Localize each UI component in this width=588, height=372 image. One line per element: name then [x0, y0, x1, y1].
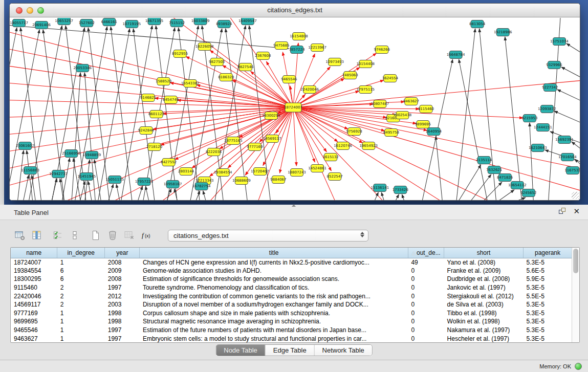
node-label: 14671355	[145, 19, 164, 23]
node-label: 1615132	[323, 155, 339, 159]
window-resize-grip[interactable]	[572, 192, 579, 199]
node-label: 8454749	[163, 98, 179, 102]
node-label: 9746266	[374, 48, 390, 52]
table-panel-title: Table Panel	[14, 209, 49, 216]
table-settings-icon[interactable]	[13, 229, 27, 242]
node-label: 18807243	[288, 170, 306, 174]
node-label: 9242844	[138, 128, 155, 133]
row-checks-icon[interactable]	[51, 229, 64, 242]
scrollbar-thumb[interactable]	[573, 249, 578, 273]
table-row[interactable]: 977716911998Corpus callosum shape and si…	[11, 309, 572, 318]
column-header-pagerank[interactable]: pagerank	[523, 248, 572, 258]
delete-column-icon[interactable]	[123, 229, 136, 242]
network-desktop: citations_edges.txt 18724007891295518226…	[4, 0, 588, 205]
status-bar: Memory: OK	[0, 360, 588, 372]
table-row[interactable]: 1830029562008Estimation of significance …	[11, 275, 572, 283]
node-label: 10654112	[508, 183, 527, 187]
node-label: 22420046	[300, 87, 319, 92]
new-table-icon[interactable]	[89, 229, 102, 242]
table-panel-titlebar: Table Panel ✕	[0, 205, 588, 220]
node-label: 1588520	[156, 79, 171, 83]
node-label: 8938924	[216, 22, 232, 26]
node-label: 16648784	[447, 53, 465, 57]
node-label: 2718120	[146, 145, 162, 149]
float-panel-icon[interactable]	[559, 208, 566, 215]
function-builder-icon[interactable]: f(x)	[140, 229, 153, 242]
table-row[interactable]: 1872400712008Changes of HCN gene express…	[11, 258, 572, 267]
network-view-window: citations_edges.txt 18724007891295518226…	[9, 3, 580, 201]
splitpane-expand-icon[interactable]	[292, 204, 296, 207]
column-header-short[interactable]: short	[444, 248, 524, 258]
column-header-outde[interactable]: △out_de...	[408, 248, 444, 258]
node-label: 2803144	[178, 169, 194, 173]
node-label: 17957223	[135, 180, 154, 184]
node-label: 14524861	[308, 166, 326, 170]
table-panel: Table Panel ✕ f(x)citations_edges.txt na…	[0, 205, 588, 372]
column-header-name[interactable]: name	[11, 248, 57, 258]
table-row[interactable]: 2242004622012Investigating the contribut…	[11, 292, 572, 300]
node-label: 9215953	[521, 116, 537, 120]
node-label: 12444151	[534, 125, 552, 129]
node-label: 3624554	[382, 76, 399, 80]
node-label: 11156883	[21, 168, 39, 172]
node-label: 16033809	[191, 19, 210, 23]
node-label: 14055717	[10, 21, 28, 25]
window-title: citations_edges.txt	[10, 6, 580, 14]
column-header-title[interactable]: title	[140, 248, 408, 258]
memory-status-icon[interactable]	[575, 363, 582, 370]
node-label: 10973493	[325, 60, 344, 64]
node-label: 17975115	[356, 87, 375, 92]
tab-edge-table[interactable]: Edge Table	[266, 345, 315, 356]
node-label: 10807487	[371, 102, 389, 106]
window-titlebar[interactable]: citations_edges.txt	[10, 4, 580, 17]
close-panel-icon[interactable]: ✕	[573, 208, 580, 215]
node-label: 7857224	[289, 48, 305, 52]
node-label: 11451945	[77, 174, 96, 179]
node-label: 15136141	[371, 186, 389, 190]
table-row[interactable]: 911546021997Tourette syndrome. Phenomeno…	[11, 283, 572, 292]
node-label: 12942737	[49, 172, 68, 176]
node-label: 8601123	[148, 112, 164, 116]
table-row[interactable]: 969969511998Structural magnetic resonanc…	[11, 317, 572, 326]
attribute-table[interactable]: namein_degreeyeartitle△out_de...shortpag…	[11, 248, 572, 343]
column-header-year[interactable]: year	[105, 248, 140, 258]
node-label: 9827546	[237, 65, 254, 69]
table-selector[interactable]: citations_edges.txt	[168, 230, 368, 242]
table-row[interactable]: 1456911722003Disruption of a novel membe…	[11, 300, 572, 309]
node-label: 8912955	[172, 52, 188, 56]
table-selector-value: citations_edges.txt	[173, 232, 229, 239]
rows-icon[interactable]	[68, 229, 81, 242]
node-label: 18724007	[284, 105, 302, 110]
svg-text:(x): (x)	[145, 233, 150, 238]
node-label: 7515152	[169, 21, 185, 25]
delete-table-icon[interactable]	[106, 229, 119, 242]
node-label: 9884067	[270, 178, 286, 182]
table-scrollbar[interactable]	[572, 248, 579, 342]
table-row[interactable]: 946362711997Embryonic stem cells: a mode…	[11, 334, 572, 343]
node-label: 1733426	[393, 188, 409, 192]
node-label: 25166950	[62, 151, 80, 156]
table-row[interactable]: 946554611997Estimation of the future num…	[11, 326, 572, 335]
node-label: 15948859	[82, 153, 101, 157]
tab-node-table[interactable]: Node Table	[216, 345, 266, 356]
column-header-indegree[interactable]: in_degree	[57, 248, 105, 258]
node-label: 19654923	[359, 144, 378, 148]
table-row[interactable]: 1938455462009Genome-wide association stu…	[11, 267, 572, 275]
node-label: 12093872	[538, 107, 556, 111]
node-label: 8186328	[218, 75, 234, 79]
node-label: 8222034	[206, 150, 222, 154]
node-label: 9827503	[209, 60, 225, 64]
node-label: 17016504	[558, 155, 577, 159]
combo-arrows-icon	[360, 232, 364, 237]
node-label: 10719195	[123, 22, 141, 26]
network-canvas-area[interactable]: 1872400789129551822605898275031654338281…	[10, 18, 580, 200]
node-label: 2367608	[255, 54, 271, 58]
node-label: 9245652	[520, 191, 536, 195]
tab-network-table[interactable]: Network Table	[315, 345, 372, 356]
node-label: 16154808	[290, 34, 308, 38]
node-label: 9115460	[418, 107, 434, 111]
select-column-icon[interactable]	[30, 229, 43, 242]
node-label: 16782754	[192, 184, 211, 188]
node-label: 9899695	[415, 122, 431, 126]
node-label: 18226058	[195, 45, 214, 49]
